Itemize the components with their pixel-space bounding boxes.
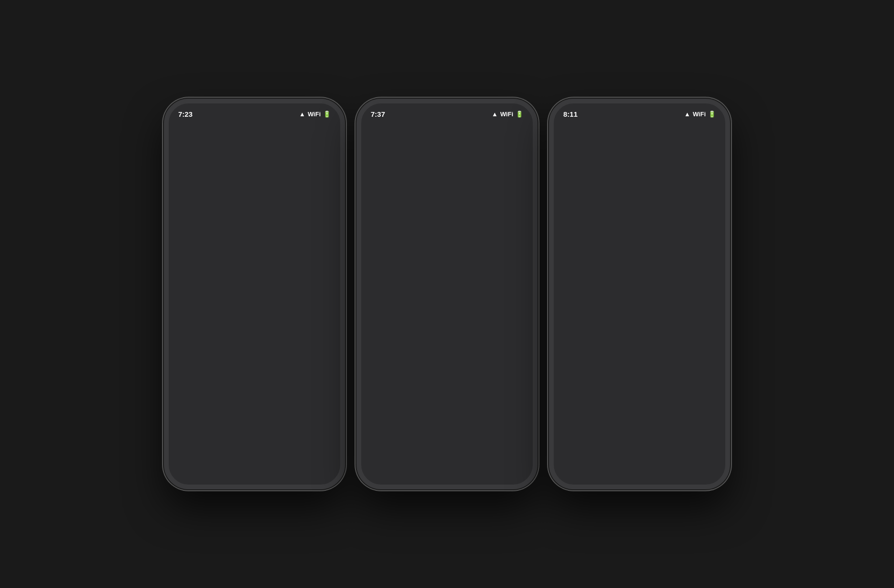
safari-icon-2[interactable]: 🧭 [452,444,479,470]
calendar-icon-2[interactable]: Monday 22 [494,367,524,396]
app-maps-1[interactable]: 🗺 Maps [175,199,210,236]
reminders-icon-2[interactable]: 🔔 [497,292,526,322]
safari-icon-3[interactable]: 🧭 [645,444,671,470]
calendar-widget-3[interactable]: WWDC No more events today JUNE S M T W T… [560,221,719,303]
app-translate-2[interactable]: A文 Translate [450,207,485,244]
messages-icon-2[interactable] [378,444,405,470]
notes-icon-2[interactable]: 📝 [460,292,490,322]
app-clock-3[interactable]: Clock [643,349,678,385]
music-widget-1[interactable]: The New Abnormal The Strokes ♪ Music [248,284,337,324]
dock-messages-3[interactable] [570,444,597,470]
translate-icon-2[interactable]: A文 [453,207,482,237]
app-photos-1[interactable]: 🌸 Photos [175,284,205,324]
mail-icon-1[interactable] [223,444,249,470]
home-icon-2[interactable]: 🏠 [494,250,524,279]
translate-icon-3[interactable]: A文 [632,170,661,199]
youtube-icon-3[interactable] [666,128,696,158]
app-camera-3[interactable]: 📷 Camera [602,306,637,343]
app-clock-1[interactable]: Clock [175,330,210,367]
messages-icon-3[interactable] [570,444,597,470]
dock-messages-1[interactable] [185,444,212,470]
app-photos-2[interactable]: 🌸 Photos [450,250,485,286]
settings-icon-2[interactable]: ⚙ [494,207,524,237]
music-widget-inner[interactable]: The New Abnormal The Strokes ♪ [248,284,337,317]
dock-safari-1[interactable]: 🧭 [260,444,286,470]
app-settings-1[interactable]: ⚙ Settings [217,242,252,278]
dock-messages-2[interactable] [378,444,405,470]
calendar-icon-3[interactable]: Monday 22 [687,349,716,378]
settings-icon-1[interactable]: ⚙ [219,242,249,271]
maps-icon-1[interactable]: 🗺 [178,199,207,229]
dock-safari-3[interactable]: 🧭 [645,444,671,470]
maps-icon-2[interactable]: 🗺 [370,207,400,237]
app-reminders-3[interactable]: 🔔 Reminders [602,349,637,385]
home-icon-3[interactable]: 🏠 [687,306,716,336]
safari-icon-1[interactable]: 🧭 [260,444,286,470]
mail-icon-2[interactable] [415,444,442,470]
app-maps-2[interactable]: 🗺 Maps [368,207,403,244]
app-translate-1[interactable]: A文 Translate [175,242,210,278]
app-slack-1[interactable]: # Slack [258,199,293,236]
app-notes-1[interactable]: 📝 Notes [258,242,293,278]
weather-widget[interactable]: ↗ 80° ☁ Expect rain in the next hour Int… [175,135,334,195]
music-widget-2[interactable]: The New Abnormal The Strokes ♪ ESSENTIAL… [368,135,526,203]
camera-icon-1[interactable]: 📷 [302,199,331,229]
app-youtube-1[interactable]: YouTube [217,199,252,236]
app-youtube-2[interactable]: YouTube [409,207,444,244]
camera-icon-2[interactable]: 📷 [412,250,441,279]
clock-icon-1[interactable] [178,330,207,360]
dock-phone-3[interactable]: 📞 [682,444,709,470]
slack-icon-2[interactable]: # [370,250,400,279]
app-maps-3[interactable]: 🗺 Maps [632,128,661,165]
app-reminders-1[interactable]: 🔔 Reminders [299,242,334,278]
app-home-2[interactable]: 🏠 Home [492,250,527,286]
app-calendar-1[interactable]: Monday 22 Calendar [217,330,252,367]
youtube-icon-2[interactable] [412,207,441,237]
home-icon-1[interactable]: 🏠 [212,284,241,314]
photos-icon-2[interactable]: 🌸 [453,250,482,279]
slack-icon-3[interactable]: # [563,306,592,336]
dock-mail-3[interactable] [608,444,634,470]
messages-icon-1[interactable] [185,444,212,470]
clock-icon-3[interactable] [645,349,675,378]
photos-icon-1[interactable]: 🌸 [175,284,205,314]
calendar-icon-1[interactable]: Monday 22 [219,330,249,360]
notes-icon-3[interactable]: 📝 [563,349,592,378]
batteries-widget-3[interactable]: 📱 ✏️ 🎧 💼 [560,128,627,188]
slack-icon-1[interactable]: # [260,199,290,229]
reminders-icon-1[interactable]: 🔔 [302,242,331,271]
dock-safari-2[interactable]: 🧭 [452,444,479,470]
phone-icon-1[interactable]: 📞 [297,444,324,470]
camera-icon-3[interactable]: 📷 [604,306,634,336]
dock-mail-2[interactable] [415,444,442,470]
notes-icon-1[interactable]: 📝 [260,242,290,271]
app-camera-2[interactable]: 📷 Camera [409,250,444,286]
app-slack-3[interactable]: # Slack [560,306,595,343]
app-settings-2[interactable]: ⚙ Settings [492,207,527,244]
app-settings-3[interactable]: ⚙ Settings [666,170,696,206]
photos-icon-3[interactable]: 🌸 [645,306,675,336]
app-home-1[interactable]: 🏠 Home [212,284,241,324]
dock-phone-1[interactable]: 📞 [297,444,324,470]
app-camera-1[interactable]: 📷 Camera [299,199,334,236]
phone-icon-2[interactable]: 📞 [489,444,516,470]
settings-icon-3[interactable]: ⚙ [666,170,696,199]
app-notes-2[interactable]: 📝 Notes [460,292,490,329]
podcast-widget-2[interactable]: 1H 47M LEFT Ali Abdaal 🎙 [368,292,430,354]
app-translate-3[interactable]: A文 Translate [632,170,661,206]
app-photos-3[interactable]: 🌸 Photos [643,306,678,343]
batteries-widget-wrap[interactable]: 📱 ✏️ 🎧 💼 Batteries [560,128,627,195]
app-home-3[interactable]: 🏠 Home [684,306,719,343]
app-reminders-2[interactable]: 🔔 Reminders [497,292,526,329]
dock-mail-1[interactable] [223,444,249,470]
youtube-icon-1[interactable] [219,199,249,229]
app-youtube-3[interactable]: YouTube [666,128,696,165]
phone-icon-3[interactable]: 📞 [682,444,709,470]
app-calendar-2[interactable]: Monday 22 Calendar [492,367,527,404]
app-notes-3[interactable]: 📝 Notes [560,349,595,385]
app-calendar-3[interactable]: Monday 22 Calendar [684,349,719,385]
translate-icon-1[interactable]: A文 [178,242,207,271]
app-slack-2[interactable]: # Slack [368,250,403,286]
podcast-widget-wrap[interactable]: 1H 47M LEFT Ali Abdaal 🎙 Podcasts [368,292,430,361]
maps-icon-3[interactable]: 🗺 [632,128,661,158]
